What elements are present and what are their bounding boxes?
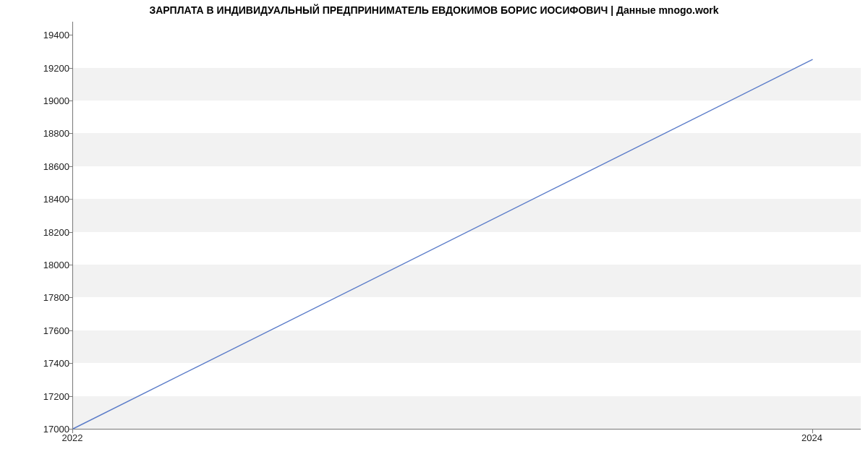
y-tick-label: 17200 <box>26 390 69 401</box>
y-tick-mark <box>69 232 72 233</box>
y-tick-mark <box>69 35 72 35</box>
y-tick-mark <box>69 330 72 331</box>
y-tick-mark <box>69 396 72 397</box>
y-tick-mark <box>69 68 72 69</box>
y-tick-label: 19000 <box>26 95 69 106</box>
x-tick-mark <box>72 430 73 433</box>
series-line <box>73 59 813 429</box>
y-tick-label: 18200 <box>26 226 69 237</box>
y-tick-label: 17800 <box>26 292 69 303</box>
y-tick-label: 18600 <box>26 161 69 171</box>
y-tick-mark <box>69 265 72 265</box>
y-tick-label: 18400 <box>26 194 69 205</box>
line-series <box>73 22 861 429</box>
y-tick-label: 17600 <box>26 325 69 336</box>
y-tick-label: 18800 <box>26 128 69 139</box>
y-tick-label: 18000 <box>26 259 69 270</box>
y-tick-mark <box>69 363 72 364</box>
y-tick-mark <box>69 133 72 134</box>
plot-area <box>72 22 861 430</box>
x-tick-mark <box>812 430 813 433</box>
y-tick-mark <box>69 101 72 101</box>
y-tick-mark <box>69 199 72 200</box>
y-tick-label: 19400 <box>26 30 69 40</box>
x-tick-label: 2022 <box>62 432 83 443</box>
y-tick-mark <box>69 166 72 167</box>
y-tick-label: 17400 <box>26 358 69 369</box>
chart-container: ЗАРПЛАТА В ИНДИВИДУАЛЬНЫЙ ПРЕДПРИНИМАТЕЛ… <box>0 0 868 470</box>
x-tick-label: 2024 <box>801 432 822 443</box>
y-tick-label: 19200 <box>26 62 69 73</box>
chart-title: ЗАРПЛАТА В ИНДИВИДУАЛЬНЫЙ ПРЕДПРИНИМАТЕЛ… <box>0 4 868 16</box>
y-tick-mark <box>69 297 72 298</box>
